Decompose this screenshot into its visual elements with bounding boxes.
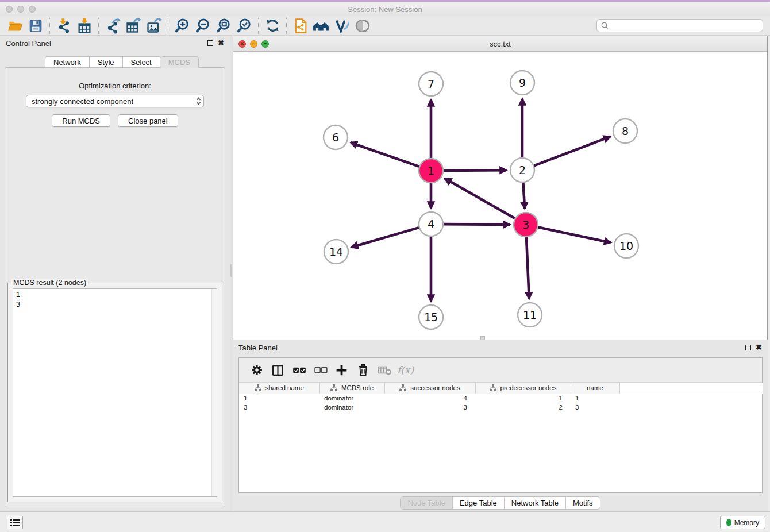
cell-name[interactable]: 1 bbox=[571, 394, 619, 403]
graph-node-label-7: 7 bbox=[428, 78, 434, 90]
table-row[interactable]: 1 dominator 4 1 1 bbox=[239, 394, 763, 403]
horizontal-splitter-handle[interactable] bbox=[480, 336, 485, 340]
first-neighbors-button[interactable] bbox=[311, 17, 332, 34]
column-header-shared-name[interactable]: shared name bbox=[239, 383, 319, 394]
import-table-button[interactable] bbox=[74, 17, 95, 34]
task-history-button[interactable] bbox=[7, 516, 23, 529]
cell-successor-nodes[interactable]: 4 bbox=[384, 394, 475, 403]
network-view-window: ✕ − + scc.txt 7968124314101511 bbox=[233, 36, 768, 340]
list-icon bbox=[10, 518, 20, 527]
apply-function-button[interactable]: f(x) bbox=[395, 360, 416, 380]
table-options-button[interactable] bbox=[246, 360, 267, 380]
deselect-all-button[interactable] bbox=[310, 360, 331, 380]
tab-edge-table[interactable]: Edge Table bbox=[452, 497, 504, 509]
cell-name[interactable]: 3 bbox=[571, 403, 619, 412]
search-input[interactable] bbox=[609, 20, 763, 32]
optimization-criterion-select[interactable]: strongly connected component bbox=[26, 95, 204, 107]
close-panel-button[interactable]: Close panel bbox=[118, 114, 178, 127]
minimize-window-button[interactable] bbox=[17, 6, 24, 13]
control-panel: Control Panel ✖ Network Style Select MCD… bbox=[0, 36, 230, 511]
graph-edge-4-14[interactable] bbox=[352, 228, 419, 247]
export-image-button[interactable] bbox=[144, 17, 164, 34]
zoom-out-icon bbox=[195, 18, 211, 34]
trash-icon bbox=[356, 363, 370, 377]
network-maximize-button[interactable]: + bbox=[261, 40, 269, 48]
new-network-from-selection-button[interactable] bbox=[290, 17, 311, 34]
graph-edge-3-11[interactable] bbox=[526, 237, 529, 299]
dropdown-stepper-icon bbox=[196, 97, 201, 105]
close-window-button[interactable] bbox=[6, 6, 13, 13]
zoom-out-button[interactable] bbox=[192, 17, 213, 34]
zoom-selected-button[interactable] bbox=[234, 17, 255, 34]
select-all-icon bbox=[292, 363, 307, 377]
close-table-panel-icon[interactable]: ✖ bbox=[756, 345, 762, 350]
export-table-icon bbox=[125, 18, 141, 34]
import-network-button[interactable] bbox=[53, 17, 74, 34]
table-tabs: Node Table Edge Table Network Table Moti… bbox=[233, 496, 768, 510]
show-columns-button[interactable] bbox=[267, 360, 288, 380]
refresh-layout-button[interactable] bbox=[262, 17, 283, 34]
network-minimize-button[interactable]: − bbox=[250, 40, 257, 48]
graph-edge-1-6[interactable] bbox=[351, 142, 419, 167]
status-bar: Memory bbox=[0, 511, 770, 532]
delete-table-button[interactable] bbox=[374, 360, 395, 380]
graph-node-label-11: 11 bbox=[523, 309, 537, 321]
column-header-successor-nodes[interactable]: successor nodes bbox=[384, 383, 475, 394]
select-all-button[interactable] bbox=[288, 360, 310, 380]
delete-selected-button[interactable] bbox=[352, 360, 374, 380]
open-session-button[interactable] bbox=[5, 17, 25, 34]
network-graph[interactable]: 7968124314101511 bbox=[233, 52, 767, 340]
tab-style[interactable]: Style bbox=[90, 56, 123, 68]
graph-edge-3-10[interactable] bbox=[538, 227, 611, 242]
save-session-button[interactable] bbox=[25, 17, 46, 34]
graph-edge-2-3[interactable] bbox=[523, 182, 525, 209]
tab-select[interactable]: Select bbox=[123, 56, 160, 68]
search-field[interactable] bbox=[596, 19, 763, 32]
add-row-button[interactable] bbox=[331, 360, 352, 380]
export-network-button[interactable] bbox=[102, 17, 123, 34]
run-mcds-button[interactable]: Run MCDS bbox=[52, 114, 110, 127]
cell-successor-nodes[interactable]: 3 bbox=[384, 403, 475, 412]
show-hide-graphics-button[interactable] bbox=[352, 17, 373, 34]
export-table-button[interactable] bbox=[123, 17, 144, 34]
tab-mcds[interactable]: MCDS bbox=[160, 56, 199, 68]
column-header-name[interactable]: name bbox=[571, 383, 619, 394]
graph-node-label-9: 9 bbox=[519, 76, 526, 89]
graph-edge-3-1[interactable] bbox=[445, 179, 515, 219]
cell-mcds-role[interactable]: dominator bbox=[319, 403, 384, 412]
tab-motifs[interactable]: Motifs bbox=[565, 497, 600, 509]
attribute-icon bbox=[399, 384, 406, 391]
cell-shared-name[interactable]: 3 bbox=[239, 403, 319, 412]
splitter-handle[interactable] bbox=[230, 264, 232, 277]
cell-predecessor-nodes[interactable]: 2 bbox=[475, 403, 571, 412]
network-canvas[interactable]: 7968124314101511 bbox=[233, 52, 767, 340]
mcds-result-line: 3 bbox=[16, 300, 217, 310]
float-table-panel-icon[interactable] bbox=[745, 345, 751, 350]
graph-edge-2-8[interactable] bbox=[534, 137, 610, 166]
close-panel-icon[interactable]: ✖ bbox=[218, 40, 224, 46]
table-panel-title: Table Panel bbox=[238, 344, 278, 352]
attribute-icon bbox=[255, 384, 261, 391]
graph-edge-4-3[interactable] bbox=[443, 224, 510, 225]
zoom-fit-button[interactable] bbox=[213, 17, 234, 34]
zoom-fit-icon bbox=[215, 18, 232, 34]
graph-edge-1-2[interactable] bbox=[443, 170, 506, 171]
maximize-window-button[interactable] bbox=[29, 6, 36, 13]
tab-node-table[interactable]: Node Table bbox=[401, 497, 452, 509]
float-panel-icon[interactable] bbox=[207, 40, 213, 46]
zoom-in-button[interactable] bbox=[172, 17, 192, 34]
result-scrollbar[interactable] bbox=[211, 289, 217, 496]
memory-label: Memory bbox=[734, 519, 759, 527]
column-header-mcds-role[interactable]: MCDS role bbox=[319, 383, 384, 394]
cell-mcds-role[interactable]: dominator bbox=[319, 394, 384, 403]
cell-shared-name[interactable]: 1 bbox=[239, 394, 319, 403]
cell-predecessor-nodes[interactable]: 1 bbox=[475, 394, 571, 403]
memory-button[interactable]: Memory bbox=[720, 516, 765, 529]
network-close-button[interactable]: ✕ bbox=[238, 40, 246, 48]
tab-network[interactable]: Network bbox=[45, 56, 90, 68]
show-hide-style-button[interactable] bbox=[332, 17, 352, 34]
tab-network-table[interactable]: Network Table bbox=[504, 497, 565, 509]
toolbar-separator bbox=[49, 18, 50, 34]
table-row[interactable]: 3 dominator 3 2 3 bbox=[239, 403, 763, 412]
column-header-predecessor-nodes[interactable]: predecessor nodes bbox=[475, 383, 571, 394]
